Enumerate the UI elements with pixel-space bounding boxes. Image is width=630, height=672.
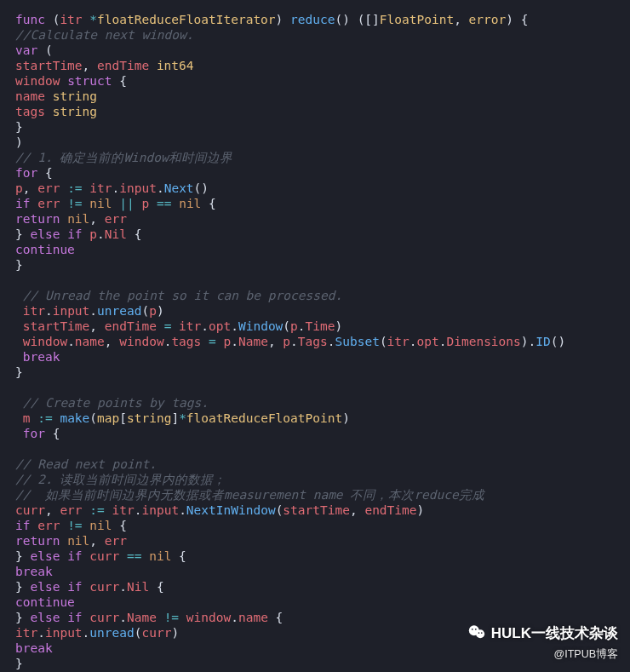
code-token: break <box>15 565 53 578</box>
code-token: , <box>454 13 468 26</box>
code-token: for <box>23 427 45 440</box>
code-token: , <box>89 534 104 548</box>
code-token: p <box>283 335 290 348</box>
code-token <box>15 427 23 440</box>
code-token: int64 <box>157 59 194 72</box>
code-token: . <box>112 181 120 195</box>
code-token: for <box>15 166 37 180</box>
code-token: ) { <box>506 13 528 26</box>
code-token: } <box>15 258 23 272</box>
code-token: floatReduceFloatPoint <box>186 411 342 425</box>
code-token: map <box>97 411 119 425</box>
svg-point-1 <box>476 629 484 638</box>
code-token: curr <box>89 611 119 624</box>
code-token: ( <box>283 319 290 333</box>
code-token: //Calculate next window. <box>15 28 194 42</box>
code-token <box>149 59 157 72</box>
code-token: { <box>112 519 127 532</box>
code-token <box>105 503 112 517</box>
code-token: window <box>186 611 231 624</box>
code-token: { <box>112 74 127 88</box>
code-token: ( <box>45 13 60 26</box>
code-token: err <box>37 519 60 532</box>
watermark-title: HULK一线技术杂谈 <box>491 626 618 641</box>
code-token: == <box>127 549 141 563</box>
code-token <box>141 549 149 563</box>
code-token: nil <box>89 519 112 532</box>
code-token <box>30 411 37 425</box>
code-token: // Read next point. <box>15 457 157 471</box>
code-token: nil <box>67 212 89 226</box>
code-token: , <box>105 335 119 348</box>
code-token: . <box>298 319 306 333</box>
code-token: ) <box>15 135 23 149</box>
code-token: . <box>231 335 238 348</box>
code-token: ] <box>372 13 380 26</box>
code-token: ] <box>171 411 179 425</box>
code-token: window <box>23 335 67 348</box>
code-token: . <box>201 319 209 333</box>
code-token: err <box>60 503 82 517</box>
code-token: nil <box>179 197 201 210</box>
code-token: { <box>127 227 141 241</box>
code-token <box>216 335 224 348</box>
code-token: itr <box>23 304 45 318</box>
code-token: . <box>290 335 298 348</box>
code-token <box>15 319 23 333</box>
code-token: return <box>15 212 60 226</box>
watermark: HULK一线技术杂谈 @ITPUB博客 <box>467 623 618 662</box>
code-token: } <box>15 580 30 594</box>
code-token: string <box>53 105 97 118</box>
code-token: err <box>105 212 127 226</box>
code-token: || <box>119 197 134 210</box>
code-token <box>149 197 157 210</box>
code-token: Name <box>127 611 157 624</box>
code-token: ) <box>157 304 164 318</box>
code-token <box>15 411 23 425</box>
code-token: . <box>231 319 238 333</box>
code-token: . <box>179 503 186 517</box>
code-token <box>60 181 67 195</box>
code-token: NextInWindow <box>186 503 276 517</box>
code-token: // 2. 读取当前时间边界内的数据； <box>15 473 226 486</box>
code-token <box>60 74 67 88</box>
code-token: () <box>194 181 209 195</box>
code-token: } <box>15 657 23 670</box>
code-token: } <box>15 549 30 563</box>
code-token: if <box>15 197 30 210</box>
code-token: { <box>201 197 215 210</box>
code-token: nil <box>67 534 89 548</box>
code-token: . <box>410 335 417 348</box>
code-token: , <box>350 503 364 517</box>
code-token: endTime <box>105 319 157 333</box>
code-token: itr <box>15 626 37 640</box>
code-token: { <box>149 580 163 594</box>
code-token: curr <box>89 580 119 594</box>
code-token: . <box>119 580 127 594</box>
code-token: ) <box>335 319 342 333</box>
code-token: name <box>15 89 45 103</box>
code-token: , <box>23 181 37 195</box>
code-token: name <box>75 335 105 348</box>
code-token: Nil <box>127 580 149 594</box>
code-token: continue <box>15 243 75 256</box>
code-token: name <box>238 611 268 624</box>
code-token <box>179 611 186 624</box>
watermark-subtitle: @ITPUB博客 <box>467 646 618 662</box>
code-token: ) <box>342 411 350 425</box>
code-token <box>60 212 67 226</box>
code-token: == <box>157 197 171 210</box>
code-token: Dimensions <box>446 335 520 348</box>
code-token <box>201 335 209 348</box>
code-token: ) <box>276 13 290 26</box>
code-token: itr <box>60 13 82 26</box>
code-token: tags <box>171 335 201 348</box>
code-token: ID <box>536 335 550 348</box>
code-token: error <box>469 13 507 26</box>
code-token: != <box>67 519 82 532</box>
code-token: opt <box>209 319 231 333</box>
code-token: func <box>15 13 45 26</box>
code-token: else <box>30 611 60 624</box>
code-token: // 1. 确定当前的Window和时间边界 <box>15 151 232 164</box>
code-token <box>60 227 67 241</box>
